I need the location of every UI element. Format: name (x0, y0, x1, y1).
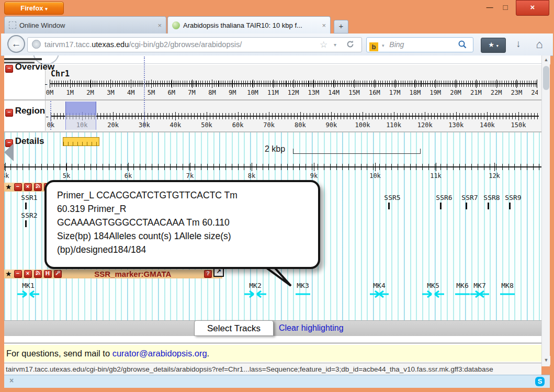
feature-mk8[interactable] (496, 290, 519, 300)
close-button[interactable]: × (516, 0, 549, 16)
ruler-tick-label: 12k (489, 172, 500, 180)
save-icon[interactable]: H (44, 270, 52, 278)
region-selection-box[interactable] (65, 102, 96, 115)
feature-ssr2[interactable] (25, 220, 27, 227)
bookmark-star-icon[interactable]: ☆ (320, 38, 327, 52)
collapse-section-icon[interactable]: − (5, 65, 13, 73)
ruler-tick-label: 13M (308, 89, 320, 96)
skype-icon[interactable]: S (535, 377, 545, 386)
configure-wrench-icon[interactable] (54, 270, 62, 278)
ruler-major-tick (395, 80, 395, 88)
home-button[interactable]: ⌂ (530, 38, 548, 51)
ruler-major-tick (375, 163, 376, 171)
ruler-tick-label: 12M (288, 89, 299, 96)
scrollbar-thumb[interactable] (543, 66, 549, 90)
feature-ssr7[interactable] (466, 203, 467, 209)
maximize-button[interactable]: □ (498, 2, 513, 14)
feature-mk4[interactable] (368, 290, 391, 300)
curator-email-link[interactable]: curator@arabidopsis.org (112, 349, 207, 358)
pan-left-arrow[interactable] (4, 143, 14, 161)
search-bar[interactable]: b ▾ Bing (366, 37, 473, 52)
feature-ssr6[interactable] (440, 203, 442, 209)
select-tracks-button[interactable]: Select Tracks (194, 320, 274, 336)
feature-mk3[interactable] (291, 290, 314, 300)
ruler-tick-label: 22M (491, 89, 502, 96)
close-track-icon[interactable]: × (24, 183, 32, 191)
feature-mk7[interactable] (468, 290, 491, 300)
rss-icon[interactable] (34, 270, 42, 278)
downloads-button[interactable]: ↓ (511, 38, 526, 50)
footer-text: For questions, send mail to (6, 349, 112, 358)
ruler-major-tick (252, 163, 252, 171)
ruler-major-tick (131, 80, 131, 88)
overview-ruler[interactable]: ←0M1M2M3M4M5M6M7M8M9M10M11M12M13M14M15M1… (45, 80, 538, 97)
feature-ssr5[interactable] (388, 203, 390, 209)
ruler-major-tick (476, 80, 477, 88)
ruler-tick-label: 15M (348, 89, 360, 96)
back-button[interactable]: ← (7, 35, 25, 53)
ruler-major-tick (190, 163, 190, 171)
ruler-tick-label: 18M (410, 89, 421, 96)
scroll-up-icon[interactable]: ▲ (542, 55, 550, 64)
ruler-tick-label: 17M (389, 89, 401, 96)
ruler-tickband (4, 164, 541, 170)
region-selection-shade (65, 115, 96, 130)
feature-tooltip-balloon: Primer_L CCACGCATCTGTGTTCACTC Tm60.319 P… (44, 180, 320, 269)
chevron-down-icon: ▾ (496, 43, 499, 48)
ruler-tick-label: 10k (369, 172, 381, 180)
url-bar[interactable]: tairvm17.tacc.utexas.edu/cgi-bin/gb2/gbr… (27, 37, 362, 52)
ruler-drag-widget[interactable] (63, 137, 99, 146)
bookmarks-menu-button[interactable]: ★ ▾ (481, 38, 506, 53)
rss-icon[interactable] (34, 183, 42, 191)
tab-title: Online Window (19, 21, 154, 29)
collapse-track-icon[interactable]: − (14, 270, 22, 278)
region-ruler[interactable]: ←0k10k20k30k40k50k60k70k80k90k100k110k12… (46, 112, 540, 131)
ruler-major-tick (269, 112, 269, 120)
feature-mk2[interactable] (244, 290, 267, 300)
search-engine-dropdown-icon[interactable]: ▾ (382, 43, 385, 48)
url-text-path: /cgi-bin/gb2/gbrowse/arabidopsis/ (129, 40, 242, 49)
help-icon[interactable]: ? (204, 270, 212, 278)
close-icon[interactable]: × (9, 376, 14, 385)
tab-arabidopsis[interactable]: Arabidopsis thaliana TAIR10: 10 kbp f...… (167, 16, 331, 33)
close-track-icon[interactable]: × (24, 270, 32, 278)
favorite-star-icon[interactable]: ★ (5, 271, 12, 277)
ruler-major-tick (207, 112, 207, 120)
tab-close-icon[interactable]: × (322, 21, 326, 29)
feature-mk1[interactable] (17, 290, 40, 300)
ruler-tick-label: 70k (263, 121, 275, 129)
feature-label-mk4: MK4 (373, 282, 385, 289)
feature-ssr1[interactable] (25, 203, 27, 209)
new-tab-button[interactable]: + (334, 20, 348, 33)
ruler-major-tick (496, 80, 497, 88)
collapse-section-icon[interactable]: − (5, 109, 13, 117)
search-icon[interactable] (458, 40, 467, 54)
collapse-track-icon[interactable]: − (14, 183, 22, 191)
feature-mk5[interactable] (422, 290, 445, 300)
site-identity-icon[interactable] (32, 40, 41, 49)
feature-label-mk8: MK8 (501, 282, 513, 289)
ruler-tick-label: 2M (86, 89, 94, 96)
firefox-menu-button[interactable]: Firefox ▾ (4, 2, 64, 15)
ruler-major-tick (110, 80, 111, 88)
details-ruler[interactable]: 4k5k6k7k8k9k10k11k12k (4, 163, 541, 182)
ruler-tick-label: 6k (125, 172, 132, 180)
feature-ssr9[interactable] (509, 203, 511, 209)
feature-label-mk6: MK6 (456, 282, 468, 289)
tooltip-text-line: 60.319 Primer_R (57, 202, 311, 216)
ruler-tick-label: 16M (369, 89, 380, 96)
minimize-button[interactable]: — (482, 2, 497, 14)
url-dropdown-icon[interactable]: ▾ (334, 38, 336, 52)
ruler-tick-label: 120k (417, 121, 433, 129)
clear-highlighting-link[interactable]: Clear highlighting (279, 323, 344, 333)
favorite-star-icon[interactable]: ★ (5, 184, 12, 191)
bing-icon[interactable]: b (369, 42, 378, 51)
tab-online-window[interactable]: Online Window × (4, 16, 166, 33)
ruler-tick-label: 140k (480, 121, 495, 129)
scroll-down-icon[interactable]: ▼ (542, 356, 550, 365)
reload-icon[interactable] (346, 39, 355, 53)
vertical-scrollbar[interactable]: ▲ ▼ (541, 55, 550, 366)
feature-ssr8[interactable] (488, 203, 489, 209)
tab-close-icon[interactable]: × (157, 21, 162, 29)
ruler-tick-label: 80k (295, 121, 306, 129)
